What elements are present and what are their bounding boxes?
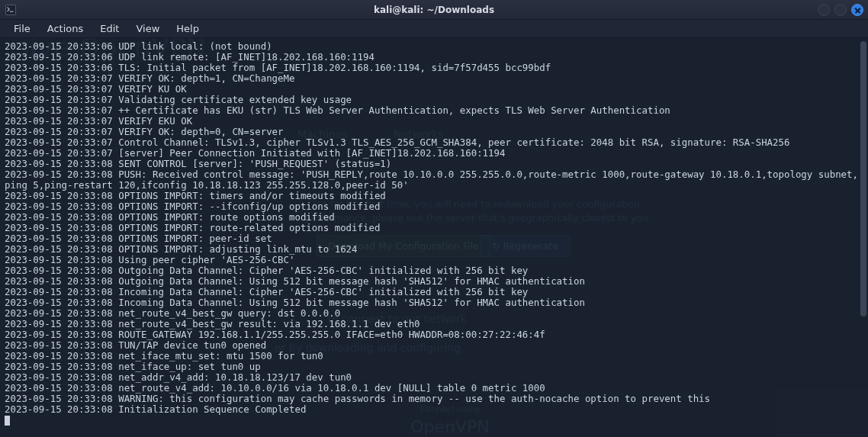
window-title: kali@kali: ~/Downloads: [374, 5, 494, 15]
minimize-button[interactable]: [818, 4, 830, 16]
log-line: 2023-09-15 20:33:07 VERIFY OK: depth=0, …: [5, 127, 863, 137]
log-line: 2023-09-15 20:33:08 PUSH: Received contr…: [5, 169, 863, 191]
scrollbar[interactable]: [860, 41, 866, 434]
log-line: 2023-09-15 20:33:08 OPTIONS IMPORT: peer…: [5, 233, 863, 244]
log-line: 2023-09-15 20:33:06 TLS: Initial packet …: [5, 63, 863, 73]
menu-file[interactable]: File: [6, 21, 38, 36]
log-line: 2023-09-15 20:33:08 Outgoing Data Channe…: [5, 265, 863, 276]
log-line: 2023-09-15 20:33:08 Incoming Data Channe…: [5, 297, 863, 308]
log-line: 2023-09-15 20:33:07 VERIFY EKU OK: [5, 116, 863, 127]
scrollbar-thumb[interactable]: [860, 41, 866, 317]
menu-actions[interactable]: Actions: [40, 21, 92, 36]
log-line: 2023-09-15 20:33:07 VERIFY OK: depth=1, …: [5, 73, 863, 84]
log-line: 2023-09-15 20:33:08 TUN/TAP device tun0 …: [5, 340, 863, 351]
window-controls: [818, 4, 863, 16]
log-line: 2023-09-15 20:33:08 net_route_v4_add: 10…: [5, 383, 863, 394]
menu-edit[interactable]: Edit: [92, 21, 127, 36]
log-line: 2023-09-15 20:33:08 net_addr_v4_add: 10.…: [5, 372, 863, 383]
log-line: 2023-09-15 20:33:08 Using peer cipher 'A…: [5, 255, 863, 265]
menubar: File Actions Edit View Help: [0, 20, 868, 38]
log-line: 2023-09-15 20:33:07 VERIFY KU OK: [5, 84, 863, 95]
menu-view[interactable]: View: [128, 21, 167, 36]
log-line: 2023-09-15 20:33:08 net_iface_mtu_set: m…: [5, 351, 863, 361]
log-line: 2023-09-15 20:33:08 net_iface_up: set tu…: [5, 361, 863, 372]
log-line: 2023-09-15 20:33:07 Control Channel: TLS…: [5, 137, 863, 148]
log-line: 2023-09-15 20:33:08 SENT CONTROL [server…: [5, 159, 863, 169]
log-line: 2023-09-15 20:33:08 OPTIONS IMPORT: time…: [5, 191, 863, 201]
terminal-area: sive OpenVPN Machines Networks ing for t…: [0, 38, 868, 437]
log-line: 2023-09-15 20:33:08 WARNING: this config…: [5, 394, 863, 404]
log-line: 2023-09-15 20:33:06 UDP link local: (not…: [5, 41, 863, 52]
log-line: 2023-09-15 20:33:08 Outgoing Data Channe…: [5, 276, 863, 287]
log-line: 2023-09-15 20:33:08 OPTIONS IMPORT: --if…: [5, 201, 863, 212]
terminal-icon: [5, 4, 17, 16]
log-line: 2023-09-15 20:33:08 ROUTE_GATEWAY 192.16…: [5, 329, 863, 340]
terminal-output[interactable]: 2023-09-15 20:33:06 UDP link local: (not…: [0, 38, 868, 437]
log-line: 2023-09-15 20:33:08 net_route_v4_best_gw…: [5, 308, 863, 319]
log-line: 2023-09-15 20:33:08 Initialization Seque…: [5, 404, 863, 415]
log-line: 2023-09-15 20:33:08 Incoming Data Channe…: [5, 287, 863, 297]
log-line: 2023-09-15 20:33:07 ++ Certificate has E…: [5, 105, 863, 116]
close-button[interactable]: [851, 4, 863, 16]
log-line: 2023-09-15 20:33:07 [server] Peer Connec…: [5, 148, 863, 159]
log-line: 2023-09-15 20:33:07 Validating certifica…: [5, 95, 863, 105]
log-line: 2023-09-15 20:33:08 OPTIONS IMPORT: rout…: [5, 223, 863, 233]
log-line: 2023-09-15 20:33:06 UDP link remote: [AF…: [5, 52, 863, 63]
menu-help[interactable]: Help: [169, 21, 207, 36]
titlebar: kali@kali: ~/Downloads: [0, 0, 868, 20]
svg-rect-0: [5, 5, 15, 14]
log-line: 2023-09-15 20:33:08 OPTIONS IMPORT: adju…: [5, 244, 863, 255]
maximize-button[interactable]: [834, 4, 847, 16]
cursor: [5, 416, 10, 426]
log-line: 2023-09-15 20:33:08 net_route_v4_best_gw…: [5, 319, 863, 329]
log-line: 2023-09-15 20:33:08 OPTIONS IMPORT: rout…: [5, 212, 863, 223]
